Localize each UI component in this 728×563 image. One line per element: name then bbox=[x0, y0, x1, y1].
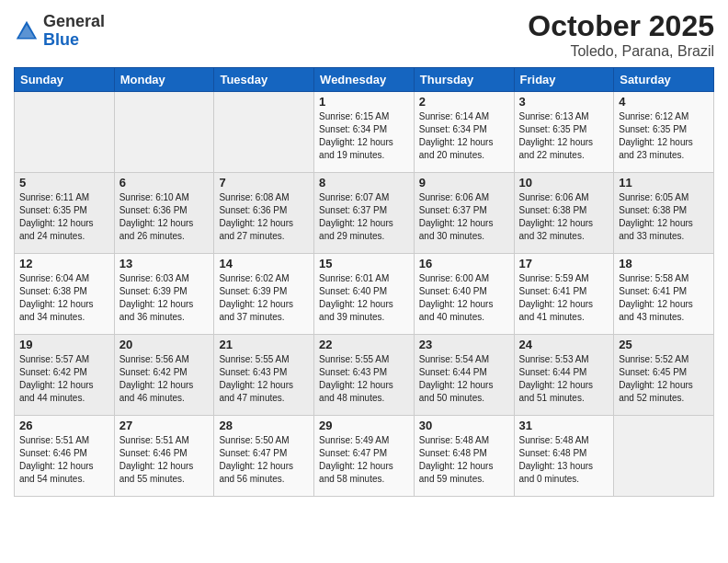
calendar-cell: 16Sunrise: 6:00 AM Sunset: 6:40 PM Dayli… bbox=[414, 254, 514, 335]
day-info: Sunrise: 5:56 AM Sunset: 6:42 PM Dayligh… bbox=[119, 353, 210, 405]
calendar-cell bbox=[114, 92, 214, 173]
day-number: 29 bbox=[319, 419, 409, 432]
day-info: Sunrise: 5:50 AM Sunset: 6:47 PM Dayligh… bbox=[219, 434, 309, 486]
calendar-cell: 28Sunrise: 5:50 AM Sunset: 6:47 PM Dayli… bbox=[214, 416, 314, 497]
day-number: 12 bbox=[19, 257, 109, 270]
day-info: Sunrise: 5:48 AM Sunset: 6:48 PM Dayligh… bbox=[519, 434, 609, 486]
day-info: Sunrise: 6:14 AM Sunset: 6:34 PM Dayligh… bbox=[419, 110, 509, 162]
calendar-cell: 26Sunrise: 5:51 AM Sunset: 6:46 PM Dayli… bbox=[15, 416, 115, 497]
day-info: Sunrise: 6:06 AM Sunset: 6:38 PM Dayligh… bbox=[519, 191, 609, 243]
day-number: 5 bbox=[19, 176, 109, 190]
day-number: 19 bbox=[19, 338, 109, 351]
logo: General Blue bbox=[14, 13, 105, 50]
calendar-cell: 31Sunrise: 5:48 AM Sunset: 6:48 PM Dayli… bbox=[514, 416, 614, 497]
calendar-cell: 3Sunrise: 6:13 AM Sunset: 6:35 PM Daylig… bbox=[514, 92, 614, 173]
day-number: 8 bbox=[319, 176, 409, 190]
day-number: 26 bbox=[19, 419, 109, 432]
calendar-cell: 25Sunrise: 5:52 AM Sunset: 6:45 PM Dayli… bbox=[614, 335, 714, 416]
day-number: 7 bbox=[219, 176, 309, 190]
day-info: Sunrise: 6:04 AM Sunset: 6:38 PM Dayligh… bbox=[19, 272, 109, 324]
day-info: Sunrise: 5:49 AM Sunset: 6:47 PM Dayligh… bbox=[319, 434, 409, 486]
day-of-week-header: Friday bbox=[514, 68, 614, 92]
calendar: SundayMondayTuesdayWednesdayThursdayFrid… bbox=[14, 67, 714, 497]
title-block: October 2025 Toledo, Parana, Brazil bbox=[528, 9, 714, 60]
calendar-cell: 15Sunrise: 6:01 AM Sunset: 6:40 PM Dayli… bbox=[314, 254, 415, 335]
calendar-cell: 24Sunrise: 5:53 AM Sunset: 6:44 PM Dayli… bbox=[514, 335, 614, 416]
day-info: Sunrise: 6:05 AM Sunset: 6:38 PM Dayligh… bbox=[619, 191, 709, 243]
day-number: 24 bbox=[519, 338, 609, 351]
day-number: 3 bbox=[519, 95, 609, 109]
calendar-week-row: 26Sunrise: 5:51 AM Sunset: 6:46 PM Dayli… bbox=[15, 416, 714, 497]
day-info: Sunrise: 5:51 AM Sunset: 6:46 PM Dayligh… bbox=[119, 434, 210, 486]
day-info: Sunrise: 6:13 AM Sunset: 6:35 PM Dayligh… bbox=[519, 110, 609, 162]
calendar-cell: 8Sunrise: 6:07 AM Sunset: 6:37 PM Daylig… bbox=[314, 173, 415, 254]
logo-general: General bbox=[43, 13, 105, 31]
day-number: 14 bbox=[219, 257, 309, 270]
day-number: 30 bbox=[419, 419, 509, 432]
calendar-cell: 20Sunrise: 5:56 AM Sunset: 6:42 PM Dayli… bbox=[114, 335, 214, 416]
day-of-week-header: Thursday bbox=[414, 68, 514, 92]
day-info: Sunrise: 5:48 AM Sunset: 6:48 PM Dayligh… bbox=[419, 434, 509, 486]
calendar-cell: 2Sunrise: 6:14 AM Sunset: 6:34 PM Daylig… bbox=[414, 92, 514, 173]
calendar-cell: 23Sunrise: 5:54 AM Sunset: 6:44 PM Dayli… bbox=[414, 335, 514, 416]
day-number: 27 bbox=[119, 419, 210, 432]
calendar-cell: 21Sunrise: 5:55 AM Sunset: 6:43 PM Dayli… bbox=[214, 335, 314, 416]
calendar-cell: 4Sunrise: 6:12 AM Sunset: 6:35 PM Daylig… bbox=[614, 92, 714, 173]
day-number: 20 bbox=[119, 338, 210, 351]
day-number: 11 bbox=[619, 176, 709, 190]
day-number: 22 bbox=[319, 338, 409, 351]
day-of-week-header: Monday bbox=[114, 68, 214, 92]
day-of-week-header: Wednesday bbox=[314, 68, 415, 92]
calendar-cell: 13Sunrise: 6:03 AM Sunset: 6:39 PM Dayli… bbox=[114, 254, 214, 335]
day-info: Sunrise: 5:57 AM Sunset: 6:42 PM Dayligh… bbox=[19, 353, 109, 405]
day-info: Sunrise: 6:06 AM Sunset: 6:37 PM Dayligh… bbox=[419, 191, 509, 243]
day-info: Sunrise: 5:53 AM Sunset: 6:44 PM Dayligh… bbox=[519, 353, 609, 405]
logo-blue: Blue bbox=[43, 31, 105, 50]
logo-text: General Blue bbox=[43, 13, 105, 50]
calendar-cell bbox=[15, 92, 115, 173]
calendar-cell: 29Sunrise: 5:49 AM Sunset: 6:47 PM Dayli… bbox=[314, 416, 415, 497]
page-subtitle: Toledo, Parana, Brazil bbox=[528, 43, 714, 60]
calendar-cell: 27Sunrise: 5:51 AM Sunset: 6:46 PM Dayli… bbox=[114, 416, 214, 497]
calendar-cell: 7Sunrise: 6:08 AM Sunset: 6:36 PM Daylig… bbox=[214, 173, 314, 254]
day-info: Sunrise: 5:59 AM Sunset: 6:41 PM Dayligh… bbox=[519, 272, 609, 324]
day-info: Sunrise: 6:03 AM Sunset: 6:39 PM Dayligh… bbox=[119, 272, 210, 324]
days-of-week-row: SundayMondayTuesdayWednesdayThursdayFrid… bbox=[15, 68, 714, 92]
calendar-cell: 17Sunrise: 5:59 AM Sunset: 6:41 PM Dayli… bbox=[514, 254, 614, 335]
calendar-cell: 10Sunrise: 6:06 AM Sunset: 6:38 PM Dayli… bbox=[514, 173, 614, 254]
day-info: Sunrise: 6:15 AM Sunset: 6:34 PM Dayligh… bbox=[319, 110, 409, 162]
day-of-week-header: Sunday bbox=[15, 68, 115, 92]
calendar-week-row: 1Sunrise: 6:15 AM Sunset: 6:34 PM Daylig… bbox=[15, 92, 714, 173]
calendar-cell: 9Sunrise: 6:06 AM Sunset: 6:37 PM Daylig… bbox=[414, 173, 514, 254]
day-info: Sunrise: 5:55 AM Sunset: 6:43 PM Dayligh… bbox=[319, 353, 409, 405]
day-number: 21 bbox=[219, 338, 309, 351]
day-info: Sunrise: 6:12 AM Sunset: 6:35 PM Dayligh… bbox=[619, 110, 709, 162]
calendar-cell: 1Sunrise: 6:15 AM Sunset: 6:34 PM Daylig… bbox=[314, 92, 415, 173]
calendar-cell bbox=[614, 416, 714, 497]
day-number: 13 bbox=[119, 257, 210, 270]
day-info: Sunrise: 5:52 AM Sunset: 6:45 PM Dayligh… bbox=[619, 353, 709, 405]
day-info: Sunrise: 6:00 AM Sunset: 6:40 PM Dayligh… bbox=[419, 272, 509, 324]
day-info: Sunrise: 6:08 AM Sunset: 6:36 PM Dayligh… bbox=[219, 191, 309, 243]
day-number: 28 bbox=[219, 419, 309, 432]
day-of-week-header: Tuesday bbox=[214, 68, 314, 92]
calendar-week-row: 5Sunrise: 6:11 AM Sunset: 6:35 PM Daylig… bbox=[15, 173, 714, 254]
calendar-week-row: 12Sunrise: 6:04 AM Sunset: 6:38 PM Dayli… bbox=[15, 254, 714, 335]
logo-icon bbox=[14, 18, 40, 44]
day-number: 23 bbox=[419, 338, 509, 351]
calendar-body: 1Sunrise: 6:15 AM Sunset: 6:34 PM Daylig… bbox=[15, 92, 714, 497]
day-info: Sunrise: 6:02 AM Sunset: 6:39 PM Dayligh… bbox=[219, 272, 309, 324]
calendar-cell: 11Sunrise: 6:05 AM Sunset: 6:38 PM Dayli… bbox=[614, 173, 714, 254]
day-info: Sunrise: 6:07 AM Sunset: 6:37 PM Dayligh… bbox=[319, 191, 409, 243]
day-info: Sunrise: 5:54 AM Sunset: 6:44 PM Dayligh… bbox=[419, 353, 509, 405]
calendar-cell: 14Sunrise: 6:02 AM Sunset: 6:39 PM Dayli… bbox=[214, 254, 314, 335]
calendar-cell: 6Sunrise: 6:10 AM Sunset: 6:36 PM Daylig… bbox=[114, 173, 214, 254]
day-info: Sunrise: 6:10 AM Sunset: 6:36 PM Dayligh… bbox=[119, 191, 210, 243]
day-info: Sunrise: 5:51 AM Sunset: 6:46 PM Dayligh… bbox=[19, 434, 109, 486]
calendar-cell bbox=[214, 92, 314, 173]
day-number: 6 bbox=[119, 176, 210, 190]
calendar-cell: 12Sunrise: 6:04 AM Sunset: 6:38 PM Dayli… bbox=[15, 254, 115, 335]
calendar-cell: 30Sunrise: 5:48 AM Sunset: 6:48 PM Dayli… bbox=[414, 416, 514, 497]
day-info: Sunrise: 5:58 AM Sunset: 6:41 PM Dayligh… bbox=[619, 272, 709, 324]
page-title: October 2025 bbox=[528, 9, 714, 43]
